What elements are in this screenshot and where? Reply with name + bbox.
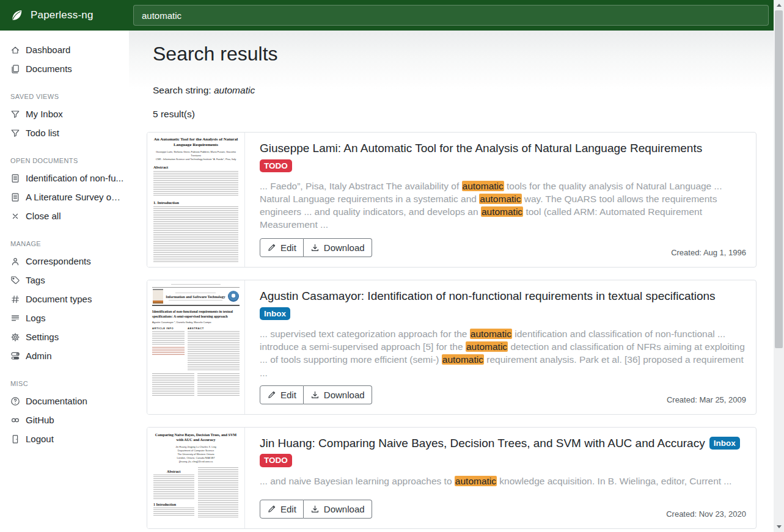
edit-button-label: Edit <box>280 504 296 514</box>
text-lines <box>198 467 239 519</box>
sidebar: Dashboard Documents SAVED VIEWS My Inbox… <box>0 31 129 532</box>
search-string-value: automatic <box>214 85 255 95</box>
sidebar-item-label: Identification of non-fu... <box>26 173 123 183</box>
download-button-label: Download <box>324 504 365 514</box>
edit-button[interactable]: Edit <box>260 385 304 404</box>
download-button[interactable]: Download <box>304 385 372 404</box>
text-lines <box>153 206 238 263</box>
sidebar-section-title: SAVED VIEWS <box>10 93 124 100</box>
result-actions: Edit Download <box>260 500 372 519</box>
app-brand[interactable]: Paperless-ng <box>0 0 129 31</box>
document-thumbnail[interactable]: An Automatic Tool for the Analysis of Na… <box>147 133 245 267</box>
up-arrow-icon <box>777 4 782 7</box>
sidebar-item-settings[interactable]: Settings <box>10 327 124 346</box>
sidebar-item-label: My Inbox <box>26 109 63 119</box>
sidebar-item-label: A Literature Survey on ... <box>26 192 124 202</box>
thumb-journal-title: Information and Software Technology <box>165 295 226 299</box>
sidebar-item-logout[interactable]: Logout <box>10 429 124 448</box>
text-lines <box>175 293 216 294</box>
sidebar-item-label: Todo list <box>26 128 59 138</box>
sidebar-item-label: Admin <box>26 351 52 361</box>
sidebar-item-document-types[interactable]: Document types <box>10 290 124 308</box>
sidebar-item-label: Dashboard <box>26 45 70 55</box>
tag-badge-inbox[interactable]: Inbox <box>709 437 740 450</box>
edit-button-label: Edit <box>280 242 296 253</box>
text-lines <box>153 171 238 197</box>
sidebar-item-tags[interactable]: Tags <box>10 271 124 290</box>
app-title: Paperless-ng <box>31 9 93 21</box>
page-scrollbar[interactable] <box>774 0 784 532</box>
result-actions: Edit Download <box>260 385 372 404</box>
elsevier-logo <box>153 289 163 304</box>
paperless-leaf-icon <box>10 9 23 22</box>
text-lines <box>152 373 194 396</box>
sidebar-item-logs[interactable]: Logs <box>10 308 124 327</box>
thumb-paper-title: Comparing Naive Bayes, Decision Trees, a… <box>153 432 238 442</box>
sidebar-section-title: MISC <box>10 380 124 387</box>
text-lines <box>197 373 240 396</box>
text-lines <box>169 300 222 301</box>
sidebar-item-label: Correspondents <box>26 256 91 266</box>
thumb-authors: Jin Huang Jingjing Lu Charles X. Ling De… <box>153 445 238 464</box>
sidebar-item-label: Logs <box>26 313 46 323</box>
sidebar-item-close-all[interactable]: Close all <box>10 206 124 225</box>
sidebar-item-correspondents[interactable]: Correspondents <box>10 252 124 271</box>
download-icon <box>310 243 320 252</box>
document-thumbnail[interactable]: Information and Software TechnologyIdent… <box>147 280 245 414</box>
result-title-link[interactable]: Agustin Casamayor: Identification of non… <box>260 290 716 302</box>
sidebar-item-admin[interactable]: Admin <box>10 346 124 365</box>
text-lines <box>171 284 220 286</box>
sidebar-item-github[interactable]: GitHub <box>10 410 124 429</box>
sidebar-item-documents[interactable]: Documents <box>10 59 124 78</box>
download-icon <box>310 390 320 399</box>
scrollbar-thumb[interactable] <box>775 10 783 348</box>
tag-badge-todo[interactable]: TODO <box>260 454 292 467</box>
sidebar-item-label: Close all <box>26 211 61 221</box>
sidebar-item-identification-of-non-fu[interactable]: Identification of non-fu... <box>10 169 124 188</box>
edit-button[interactable]: Edit <box>260 500 304 519</box>
file-text-icon <box>10 173 20 183</box>
funnel-icon <box>10 109 20 119</box>
page-title: Search results <box>153 43 757 65</box>
search-string-line: Search string: automatic <box>153 85 757 96</box>
sidebar-item-a-literature-survey-on[interactable]: A Literature Survey on ... <box>10 188 124 206</box>
x-icon <box>10 211 20 221</box>
result-card: Comparing Naive Bayes, Decision Trees, a… <box>147 427 757 529</box>
created-date: Created: Aug 1, 1996 <box>671 248 746 257</box>
sidebar-section-title: MANAGE <box>10 240 124 247</box>
search-highlight: automatic <box>455 476 497 486</box>
edit-button-label: Edit <box>280 390 296 400</box>
tag-badge-todo[interactable]: TODO <box>260 159 292 173</box>
scroll-up-arrow[interactable] <box>774 0 784 10</box>
tag-icon <box>10 275 20 285</box>
sidebar-item-documentation[interactable]: Documentation <box>10 392 124 410</box>
edit-button[interactable]: Edit <box>260 238 304 257</box>
files-icon <box>10 64 20 74</box>
scroll-down-arrow[interactable] <box>774 522 784 532</box>
download-button[interactable]: Download <box>304 238 372 257</box>
sidebar-section-title: OPEN DOCUMENTS <box>10 157 124 164</box>
global-search-input[interactable] <box>133 5 769 26</box>
home-icon <box>10 45 20 55</box>
result-title-link[interactable]: Jin Huang: Comparing Naive Bayes, Decisi… <box>260 437 705 450</box>
download-button[interactable]: Download <box>304 500 372 519</box>
text-lines <box>152 331 185 346</box>
funnel-icon <box>10 128 20 138</box>
pencil-icon <box>267 390 276 399</box>
result-title-link[interactable]: Giuseppe Lami: An Automatic Tool for the… <box>260 142 702 155</box>
main-content: Search results Search string: automatic … <box>129 31 774 532</box>
sidebar-item-my-inbox[interactable]: My Inbox <box>10 104 124 123</box>
thumb-heading: Abstract <box>153 470 194 473</box>
tag-badge-inbox[interactable]: Inbox <box>260 307 290 321</box>
gear-icon <box>10 332 20 342</box>
thumb-col-heading: ABSTRACT <box>188 327 240 330</box>
thumb-paper-title: An Automatic Tool for the Analysis of Na… <box>153 137 238 148</box>
created-date: Created: Mar 25, 2009 <box>667 395 746 404</box>
document-thumbnail[interactable]: Comparing Naive Bayes, Decision Trees, a… <box>147 428 245 528</box>
sidebar-item-label: GitHub <box>26 415 54 425</box>
door-icon <box>10 434 20 444</box>
search-highlight: automatic <box>481 206 523 217</box>
thumb-heading: 1. Introduction <box>153 200 238 205</box>
sidebar-item-todo-list[interactable]: Todo list <box>10 123 124 142</box>
sidebar-item-dashboard[interactable]: Dashboard <box>10 40 124 59</box>
